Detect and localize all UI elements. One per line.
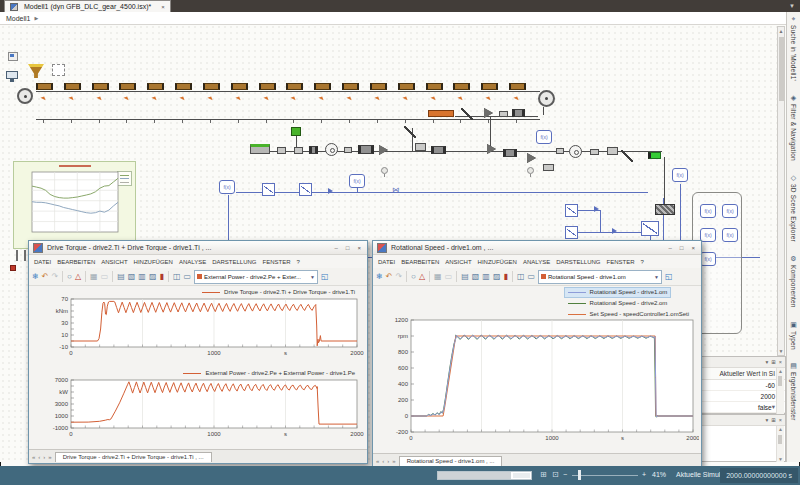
legend-entry[interactable]: Rotational Speed - drive2.om [564, 298, 672, 309]
component-tri[interactable] [527, 153, 536, 163]
legend-entry[interactable]: Rotational Speed - drive1.om [564, 287, 672, 298]
conveyor-segment[interactable] [342, 83, 359, 90]
conveyor-segment[interactable] [231, 83, 248, 90]
component-fx[interactable]: f(x) [700, 252, 716, 266]
document-tab[interactable]: Modell1 (dyn GFB_DLC_gear_4500.isx)* × [4, 0, 171, 12]
component-block[interactable] [415, 143, 426, 151]
undo-icon[interactable]: ↶ [42, 272, 49, 282]
next-page-icon[interactable]: › [387, 458, 389, 464]
conveyor-segment[interactable] [36, 83, 53, 90]
menu-item-fenster[interactable]: FENSTER [263, 259, 291, 265]
component-shaft[interactable] [358, 145, 374, 154]
last-page-icon[interactable]: » [392, 458, 395, 464]
chart-line-icon[interactable]: ▤ [461, 272, 469, 282]
component-pulley[interactable] [17, 88, 33, 104]
component-reddot[interactable] [10, 265, 16, 271]
maximize-icon[interactable]: □ [678, 245, 686, 251]
component-fx[interactable]: f(x) [700, 204, 716, 218]
sidebar-tab-filter-navigation[interactable]: ◈Filter & Navigation [790, 94, 797, 161]
component-valve[interactable]: ⋈ [392, 186, 399, 193]
close-icon[interactable]: × [689, 245, 697, 251]
component-barrow[interactable] [328, 188, 333, 194]
menu-item-?[interactable]: ? [297, 259, 300, 265]
chevron-down-icon[interactable]: ▾ [772, 403, 775, 411]
window-wide-icon[interactable]: ▭ [183, 272, 191, 282]
component-block[interactable] [499, 111, 508, 117]
conveyor-segment[interactable] [147, 83, 164, 90]
sidebar-tab-typen[interactable]: ▣Typen [790, 321, 797, 350]
component-fx[interactable]: f(x) [700, 228, 716, 242]
component-src[interactable] [565, 204, 578, 217]
component-fx[interactable]: f(x) [722, 204, 738, 218]
secondary-panel-scrollbar[interactable]: ▲▼ [776, 426, 784, 462]
component-barrow[interactable] [594, 206, 599, 212]
menu-item-?[interactable]: ? [641, 259, 644, 265]
component-gauge[interactable] [569, 145, 582, 158]
panel-pin-icon[interactable]: ⊞ [771, 417, 776, 423]
menu-item-ansicht[interactable]: ANSICHT [101, 259, 127, 265]
speed-window-titlebar[interactable]: Rotational Speed - drive1.om , ... – □ × [373, 241, 701, 255]
component-fx[interactable]: f(x) [349, 174, 365, 188]
window-split-icon[interactable]: ◫ [173, 272, 181, 282]
conveyor-segment[interactable] [203, 83, 220, 90]
menu-item-darstellung[interactable]: DARSTELLUNG [556, 259, 600, 265]
window-wide-icon[interactable]: ▭ [527, 272, 535, 282]
zoom-out-button[interactable]: − [563, 471, 567, 478]
grid-view-icon[interactable]: ⊞ [540, 470, 547, 479]
chart-area-icon[interactable]: ▧ [128, 272, 136, 282]
first-page-icon[interactable]: « [32, 454, 35, 460]
sidebar-tab-3d-scene-explorer[interactable]: ◇3D Scene Explorer [790, 174, 797, 242]
last-page-icon[interactable]: » [48, 454, 51, 460]
fit-view-icon[interactable]: ⊡ [552, 470, 559, 479]
component-fx[interactable]: f(x) [536, 130, 552, 144]
maximize-icon[interactable]: □ [344, 245, 352, 251]
component-block[interactable] [277, 147, 286, 154]
component-barrow[interactable] [612, 228, 617, 234]
breadcrumb-model[interactable]: Modell1 [6, 15, 31, 22]
speed-sheet-tab[interactable]: Rotational Speed - drive1.om , ... [399, 456, 503, 466]
menu-item-ansicht[interactable]: ANSICHT [445, 259, 471, 265]
panel-menu-icon[interactable]: ▾ [765, 417, 768, 423]
conveyor-segment[interactable] [509, 83, 526, 90]
sidebar-tab-ergebnisfenster[interactable]: ▤Ergebnisfenster [790, 362, 797, 421]
component-block[interactable] [607, 147, 618, 155]
chart-hist-icon[interactable]: ▨ [149, 272, 157, 282]
component-motor[interactable] [291, 127, 301, 136]
conveyor-segment[interactable] [64, 83, 81, 90]
legend-entry[interactable]: Set Speed - speedController1.omSeti [564, 309, 693, 320]
minimize-icon[interactable]: – [667, 245, 674, 251]
component-lamp[interactable] [527, 167, 534, 174]
chart-bars-icon[interactable]: ▮ [159, 272, 163, 282]
close-icon[interactable]: × [779, 417, 782, 423]
next-page-icon[interactable]: › [43, 454, 45, 460]
conveyor-segment[interactable] [426, 83, 443, 90]
menu-item-hinzufgen[interactable]: HINZUFÜGEN [134, 259, 173, 265]
prev-page-icon[interactable]: ‹ [38, 454, 40, 460]
curve-selector-combo[interactable]: External Power - drive2.Pe + Exter... ▼ [194, 270, 318, 284]
close-icon[interactable]: × [161, 4, 165, 10]
conveyor-segment[interactable] [453, 83, 470, 90]
tablist-dropdown-icon[interactable]: ▼ [789, 3, 795, 9]
conveyor-segment[interactable] [370, 83, 387, 90]
minimize-icon[interactable]: – [333, 245, 340, 251]
chart-step-icon[interactable]: ▥ [482, 272, 490, 282]
menu-item-datei[interactable]: DATEI [378, 259, 395, 265]
component-fx[interactable]: f(x) [219, 180, 235, 194]
embedded-mini-chart[interactable] [13, 161, 136, 249]
export-icon[interactable]: ◱ [665, 272, 673, 282]
torque-sheet-tab[interactable]: Drive Torque - drive2.Ti + Drive Torque … [55, 452, 212, 462]
watch-panel-scrollbar[interactable]: ▲ [776, 368, 784, 414]
component-tri[interactable] [487, 144, 496, 154]
menu-item-hinzufgen[interactable]: HINZUFÜGEN [478, 259, 517, 265]
zoom-slider-thumb[interactable] [578, 470, 581, 480]
pan-icon[interactable]: ▦ [434, 272, 442, 282]
zoom-in-button[interactable]: + [642, 471, 646, 478]
component-block[interactable] [543, 164, 554, 171]
component-fx[interactable]: f(x) [722, 228, 738, 242]
sidebar-tab-suche-in-modell1-[interactable]: ⌖Suche in 'Modell1' [790, 15, 797, 81]
first-page-icon[interactable]: « [376, 458, 379, 464]
conveyor-segment[interactable] [481, 83, 498, 90]
export-icon[interactable]: ◱ [321, 272, 329, 282]
redo-icon[interactable]: ↷ [51, 272, 58, 282]
component-switch[interactable] [461, 108, 473, 120]
